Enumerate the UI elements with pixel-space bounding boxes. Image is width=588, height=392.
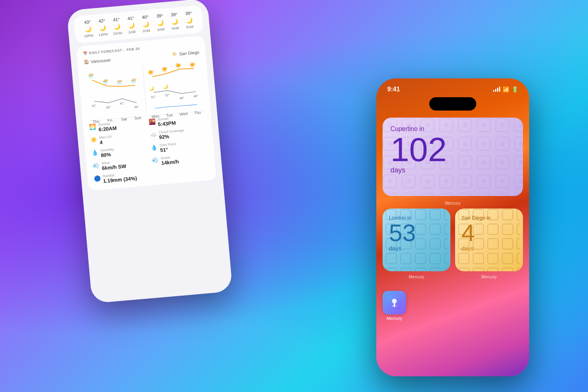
london-widget[interactable]: London in 53 days (383, 209, 450, 271)
svg-text:47°: 47° (118, 80, 123, 83)
hour-item-4: 41° 🌙 1AM (123, 15, 140, 34)
svg-text:48°: 48° (103, 79, 109, 83)
sandiego-widget-unit: days (461, 245, 517, 252)
dynamic-island (429, 97, 476, 111)
sandiego-widget-number: 4 (461, 221, 517, 245)
svg-text:41°: 41° (120, 102, 125, 105)
svg-text:48°: 48° (179, 96, 184, 100)
large-widget-number: 102 (390, 132, 515, 166)
svg-text:36°: 36° (134, 105, 139, 109)
left-chart-svg: 🌧️ 🌧️ 🌧️ 🌧️ 52° 48° 47° 47° 41° 38° 41° … (84, 63, 145, 118)
app-icons-row: Mercury (376, 286, 529, 321)
location-left: 🏠 Vancouver (83, 57, 111, 65)
right-phone: 9:41 📶 🔋 (376, 78, 529, 376)
svg-text:64°: 64° (162, 67, 167, 71)
sandiego-widget[interactable]: San Diego in 4 days (455, 209, 523, 271)
widgets-area: Cupertino in 102 days Mercury L (376, 114, 529, 286)
small-widgets-row: London in 53 days San Diego in (383, 209, 523, 271)
rainfall-detail: 🔵 Rainfall 1.19mm (34%) (94, 170, 151, 185)
svg-text:65°: 65° (191, 63, 196, 67)
london-widget-unit: days (389, 245, 444, 252)
hour-item-3: 41° 🌙 12AM (109, 16, 125, 36)
hour-item-7: 39° 🌙 4AM (167, 12, 183, 31)
svg-text:52°: 52° (165, 93, 170, 97)
wifi-icon: 📶 (503, 86, 509, 93)
daily-forecast-card: 📅 DAILY FORECAST – FEB 26 🏠 Vancouver 🌤️… (76, 36, 217, 191)
svg-text:38°: 38° (106, 105, 111, 109)
status-time: 9:41 (387, 86, 400, 93)
svg-text:52°: 52° (89, 73, 94, 77)
sandiego-widget-label: Mercury (481, 274, 497, 279)
mercury-app-icon[interactable] (383, 291, 406, 314)
svg-text:🌙: 🌙 (149, 86, 154, 91)
hourly-row: 43° 🌙 10PM 42° 🌙 11PM 41° 🌙 12AM 41° 🌙 1… (80, 10, 197, 38)
mercury-icon-svg (387, 296, 401, 310)
svg-text:66°: 66° (176, 64, 181, 67)
large-widget-label: Mercury (383, 201, 523, 205)
right-chart-svg: ☀️ ☀️ ☀️ ☀️ 63° 64° 66° 65° 🌙 🌙 51° 52° … (144, 58, 204, 113)
humidity-detail: 💧 Humidity 80% (91, 144, 149, 159)
hour-item-6: 39° 🌙 3AM (152, 13, 168, 32)
large-widget[interactable]: Cupertino in 102 days (383, 118, 523, 196)
svg-text:51°: 51° (151, 95, 156, 99)
hour-item-5: 40° 🌙 2AM (138, 14, 154, 33)
wind-detail: 💨 Wind 6km/h SW (93, 157, 150, 172)
location-right: 🌤️ San Diego (172, 49, 200, 57)
signal-icon (493, 87, 500, 92)
svg-text:🌙: 🌙 (163, 84, 169, 89)
gusts-detail: 💨 Gusts 14km/h (152, 152, 209, 167)
hour-item-2: 42° 🌙 11PM (94, 18, 111, 37)
large-widget-content: Cupertino in 102 days (390, 125, 515, 174)
battery-icon: 🔋 (512, 86, 518, 93)
svg-text:47°: 47° (132, 78, 137, 82)
status-bar: 9:41 📶 🔋 (376, 78, 529, 96)
svg-text:41°: 41° (92, 104, 97, 108)
cloud-detail: ☁️ Cloud Coverage 92% (149, 126, 207, 141)
hour-item-8: 39° 🌙 5AM (181, 10, 197, 29)
weather-details: 🌅 Sunrise 6:20AM 🌇 Sunset 5:43PM ☀️ Max … (89, 113, 210, 185)
left-phone: 43° 🌙 10PM 42° 🌙 11PM 41° 🌙 12AM 41° 🌙 1… (67, 0, 233, 303)
uv-detail: ☀️ Max UV 4 (90, 131, 147, 146)
svg-text:63°: 63° (149, 70, 154, 74)
london-widget-number: 53 (389, 221, 444, 245)
status-icons: 📶 🔋 (493, 86, 518, 93)
svg-point-34 (392, 299, 397, 303)
svg-text:49°: 49° (193, 94, 198, 98)
mercury-app[interactable]: Mercury (383, 291, 406, 321)
mercury-app-label: Mercury (387, 316, 402, 321)
london-widget-label: Mercury (409, 274, 425, 279)
hour-item-1: 43° 🌙 10PM (80, 19, 96, 38)
dewpoint-detail: 💧 Dew Point 51° (151, 139, 208, 154)
